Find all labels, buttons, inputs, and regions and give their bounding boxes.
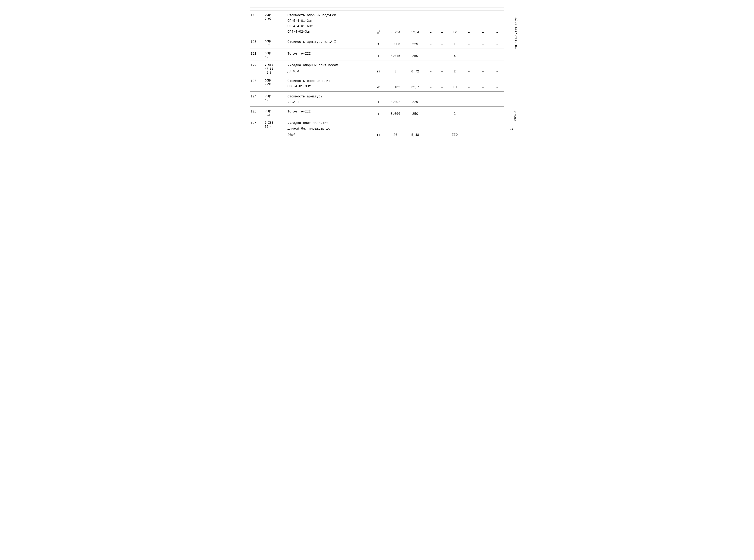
side-label-24: 24 [510,127,514,131]
row-col6: 52,4 [405,29,425,37]
col-header-6 [405,7,425,11]
row-col7: – [425,131,436,139]
row-col6: 229 [405,99,425,106]
row-col7: – [425,99,436,106]
row-description: ОП-5-4-01-2шт [286,18,371,23]
row-col12: – [490,131,504,139]
row-description: То же, А-III [286,48,371,60]
row-col9: IO [448,83,462,92]
row-description: ОП6-4-01-3шт [286,83,371,92]
table-row: 20м2шт205,48––IIO––– [250,131,504,139]
col-header-7 [425,7,436,11]
row-id: I24 [250,92,264,106]
row-col11: – [476,29,490,37]
row-description: То же, А-III [286,106,371,118]
row-col7: – [425,68,436,76]
row-col12: – [490,29,504,37]
row-col11: – [476,106,490,118]
row-code: ССЦМ п.I [264,37,287,49]
row-col9: – [448,99,462,106]
table-row: I25ССЦМ п.3То же, А-IIIт0,006250––2––– [250,106,504,118]
table-row: кл.А-Iт0,002229–––––– [250,99,504,106]
row-col12: – [490,83,504,92]
row-col10: – [462,29,476,37]
row-id: I26 [250,118,264,139]
row-description: ОП-4-4-01-6шт [286,23,371,29]
row-col8: – [436,106,448,118]
row-unit: шт [371,68,385,76]
row-col12: – [490,48,504,60]
row-description: Стоимость арматуры кл.А-I [286,37,371,49]
row-col5: 20 [385,131,405,139]
row-col7: – [425,37,436,49]
table-row: I19ССЦМ 9-97Стоимость опорных подушек [250,11,504,18]
row-col5: 0,005 [385,37,405,49]
row-id: I19 [250,11,264,37]
col-header-5 [385,7,405,11]
row-col8: – [436,131,448,139]
header-row [250,7,504,11]
row-col10: – [462,131,476,139]
col-header-8 [436,7,448,11]
col-header-4 [371,7,385,11]
row-code: ССЦМ 9-96 [264,76,287,92]
row-code: ССЦМ п.I [264,92,287,106]
row-id: I2I [250,48,264,60]
row-col10: – [462,37,476,49]
row-unit: м3 [371,29,385,37]
table-row: ОП4-4-02-3штм30,23452,4––I2––– [250,29,504,37]
row-col6: 62,7 [405,83,425,92]
col-header-12 [490,7,504,11]
row-description: ОП4-4-02-3шт [286,29,371,37]
row-col6: 5,48 [405,131,425,139]
row-col11: – [476,83,490,92]
row-id: I23 [250,76,264,92]
row-col9: 2 [448,68,462,76]
row-unit: т [371,37,385,49]
col-header-9 [448,7,462,11]
table-row: длиной 6м, площадью до [250,126,504,131]
row-id: I20 [250,37,264,49]
row-description: 20м2 [286,131,371,139]
row-col11: – [476,37,490,49]
col-header-10 [462,7,476,11]
col-header-11 [476,7,490,11]
table-row: ОП-5-4-01-2шт [250,18,504,23]
row-col8: – [436,83,448,92]
row-col6: 0,72 [405,68,425,76]
row-col11: – [476,68,490,76]
row-col11: – [476,131,490,139]
row-col6: 229 [405,37,425,49]
col-header-1 [250,7,264,11]
row-code: 7-668 47-II- -I,3 [264,60,287,76]
row-col9: IIO [448,131,462,139]
row-col7: – [425,48,436,60]
row-col5: 0,I62 [385,83,405,92]
row-id: I22 [250,60,264,76]
col-header-3 [286,7,371,11]
table-row: I267-I83 II-4Укладка плит покрытия [250,118,504,126]
table-row: I20ССЦМ п.IСтоимость арматуры кл.А-Iт0,0… [250,37,504,49]
row-unit: м3 [371,83,385,92]
row-col5: 0,002 [385,99,405,106]
row-description: Стоимость опорных плит [286,76,371,83]
row-col12: – [490,106,504,118]
side-label-666: 666-05 [514,110,517,121]
row-description: Стоимость арматуры [286,92,371,99]
table-row: до 0,3 тшт30,72––2––– [250,68,504,76]
row-col10: – [462,48,476,60]
row-col5: 0,234 [385,29,405,37]
row-col7: – [425,83,436,92]
row-col5: 0,006 [385,106,405,118]
row-col6: 250 [405,48,425,60]
row-col12: – [490,99,504,106]
row-unit: т [371,106,385,118]
row-col11: – [476,99,490,106]
row-description: Укладка плит покрытия [286,118,371,126]
row-unit: т [371,99,385,106]
row-description: длиной 6м, площадью до [286,126,371,131]
main-table: I19ССЦМ 9-97Стоимость опорных подушекОП-… [250,7,504,139]
row-description: кл.А-I [286,99,371,106]
table-row: ОП-4-4-01-6шт [250,23,504,29]
row-description: Стоимость опорных подушек [286,11,371,18]
